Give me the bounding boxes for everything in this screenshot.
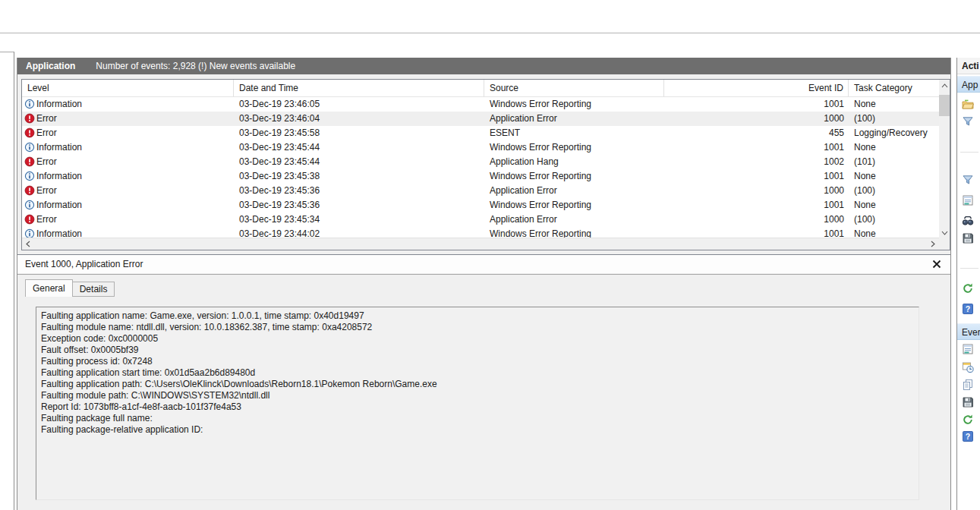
log-status-text: Number of events: 2,928 (!) New events a… bbox=[96, 61, 295, 71]
task-category-cell: None bbox=[849, 198, 939, 212]
table-row[interactable]: Error 03-Dec-19 23:45:36 Application Err… bbox=[22, 184, 939, 198]
level-cell: Information bbox=[22, 97, 234, 112]
error-icon bbox=[24, 156, 35, 167]
log-title-bar: Application Number of events: 2,928 (!) … bbox=[17, 58, 950, 74]
table-row[interactable]: Information 03-Dec-19 23:45:36 Windows E… bbox=[22, 198, 939, 212]
vertical-scrollbar-thumb[interactable] bbox=[939, 95, 950, 116]
level-cell: Error bbox=[22, 112, 234, 126]
description-line: Faulting module name: ntdll.dll, version… bbox=[41, 322, 914, 333]
scrollbar-corner bbox=[939, 238, 950, 250]
level-cell: Error bbox=[22, 155, 234, 169]
table-row[interactable]: Error 03-Dec-19 23:46:04 Application Err… bbox=[22, 112, 939, 126]
actions-panel-title: Acti bbox=[957, 58, 980, 74]
source-cell: Windows Error Reporting bbox=[484, 140, 664, 155]
save-icon[interactable] bbox=[962, 232, 974, 244]
help-icon[interactable]: ? bbox=[962, 430, 974, 442]
description-line: Exception code: 0xc0000005 bbox=[41, 333, 914, 345]
datetime-cell: 03-Dec-19 23:46:05 bbox=[234, 97, 484, 112]
level-cell: Error bbox=[22, 184, 234, 198]
source-cell: Windows Error Reporting bbox=[484, 227, 664, 238]
scroll-right-icon[interactable] bbox=[927, 238, 939, 250]
properties-icon[interactable] bbox=[962, 343, 974, 355]
refresh-icon[interactable] bbox=[962, 414, 974, 426]
description-line: Faulting package full name: bbox=[41, 413, 914, 424]
actions-group-header-app[interactable]: App bbox=[957, 76, 980, 93]
level-label: Error bbox=[36, 128, 57, 138]
detail-tabs: GeneralDetails bbox=[25, 279, 114, 297]
event-description-box[interactable]: Faulting application name: Game.exe, ver… bbox=[36, 307, 919, 500]
task-category-cell: Logging/Recovery bbox=[849, 126, 939, 140]
event-id-cell: 1001 bbox=[664, 169, 849, 184]
table-header-row: Level Date and Time Source Event ID Task… bbox=[22, 80, 939, 97]
level-cell: Information bbox=[22, 169, 234, 184]
column-header-task-category[interactable]: Task Category bbox=[849, 80, 939, 96]
table-row[interactable]: Error 03-Dec-19 23:45:58 ESENT 455 Loggi… bbox=[22, 126, 939, 140]
description-line: Faulting application path: C:\Users\OleK… bbox=[41, 379, 914, 390]
source-cell: Application Error bbox=[484, 212, 664, 227]
detail-header: Event 1000, Application Error bbox=[17, 255, 950, 273]
table-row[interactable]: Information 03-Dec-19 23:46:05 Windows E… bbox=[22, 97, 939, 112]
level-label: Information bbox=[36, 200, 82, 210]
console-tree-panel-edge bbox=[0, 52, 14, 510]
event-id-cell: 455 bbox=[664, 126, 849, 140]
event-table: Level Date and Time Source Event ID Task… bbox=[21, 79, 950, 250]
find-icon[interactable] bbox=[962, 215, 974, 227]
scroll-left-icon[interactable] bbox=[22, 238, 34, 250]
datetime-cell: 03-Dec-19 23:45:44 bbox=[234, 140, 484, 155]
filter-icon[interactable] bbox=[962, 115, 974, 128]
error-icon bbox=[24, 214, 35, 225]
save-icon[interactable] bbox=[962, 396, 974, 408]
copy-icon[interactable] bbox=[962, 379, 974, 391]
scroll-down-icon[interactable] bbox=[939, 227, 950, 238]
scroll-up-icon[interactable] bbox=[939, 80, 950, 91]
table-body: Information 03-Dec-19 23:46:05 Windows E… bbox=[22, 97, 939, 238]
table-row[interactable]: Error 03-Dec-19 23:45:34 Application Err… bbox=[22, 212, 939, 227]
actions-divider bbox=[960, 268, 978, 269]
description-line: Faulting process id: 0x7248 bbox=[41, 356, 914, 367]
error-icon bbox=[24, 128, 35, 138]
vertical-scrollbar[interactable] bbox=[939, 80, 950, 238]
event-id-cell: 1000 bbox=[664, 212, 849, 227]
column-header-level[interactable]: Level bbox=[22, 80, 234, 96]
horizontal-scrollbar[interactable] bbox=[22, 238, 939, 250]
tab-general[interactable]: General bbox=[25, 279, 73, 297]
description-line: Faulting application start time: 0x01d5a… bbox=[41, 367, 914, 379]
error-icon bbox=[24, 113, 35, 124]
actions-sidebar: Acti App ? Ever ? bbox=[956, 58, 980, 510]
information-icon bbox=[24, 200, 35, 210]
close-icon[interactable] bbox=[932, 260, 941, 269]
svg-text:?: ? bbox=[966, 432, 970, 441]
source-cell: Windows Error Reporting bbox=[484, 169, 664, 184]
refresh-icon[interactable] bbox=[962, 282, 974, 294]
column-header-date-and-time[interactable]: Date and Time bbox=[234, 80, 484, 96]
table-row[interactable]: Error 03-Dec-19 23:45:44 Application Han… bbox=[22, 155, 939, 169]
actions-group-header-ever[interactable]: Ever bbox=[957, 323, 980, 340]
toolbar-divider bbox=[0, 33, 980, 33]
level-label: Error bbox=[36, 156, 57, 167]
table-row[interactable]: Information 03-Dec-19 23:45:38 Windows E… bbox=[22, 169, 939, 184]
svg-text:?: ? bbox=[966, 304, 970, 313]
properties-icon[interactable] bbox=[962, 194, 974, 206]
event-id-cell: 1000 bbox=[664, 112, 849, 126]
description-line: Faulting application name: Game.exe, ver… bbox=[41, 310, 914, 322]
filter-icon[interactable] bbox=[962, 174, 974, 186]
description-line: Faulting module path: C:\WINDOWS\SYSTEM3… bbox=[41, 390, 914, 401]
table-row[interactable]: Information 03-Dec-19 23:44:02 Windows E… bbox=[22, 227, 939, 238]
tab-details[interactable]: Details bbox=[72, 282, 115, 297]
source-cell: Application Error bbox=[484, 112, 664, 126]
description-line: Report Id: 1073bff8-a1cf-4e8f-aacb-101f3… bbox=[41, 401, 914, 413]
task-category-cell: (101) bbox=[849, 155, 939, 169]
help-icon[interactable]: ? bbox=[962, 303, 974, 315]
datetime-cell: 03-Dec-19 23:45:36 bbox=[234, 184, 484, 198]
column-header-event-id[interactable]: Event ID bbox=[664, 80, 849, 96]
task-category-cell: (100) bbox=[849, 212, 939, 227]
table-row[interactable]: Information 03-Dec-19 23:45:44 Windows E… bbox=[22, 140, 939, 155]
task-category-cell: None bbox=[849, 97, 939, 112]
information-icon bbox=[24, 99, 35, 109]
information-icon bbox=[24, 142, 35, 153]
source-cell: Windows Error Reporting bbox=[484, 97, 664, 112]
column-header-source[interactable]: Source bbox=[484, 80, 664, 96]
attach-task-icon[interactable] bbox=[962, 361, 974, 373]
datetime-cell: 03-Dec-19 23:45:34 bbox=[234, 212, 484, 227]
open-folder-icon[interactable] bbox=[962, 99, 974, 111]
